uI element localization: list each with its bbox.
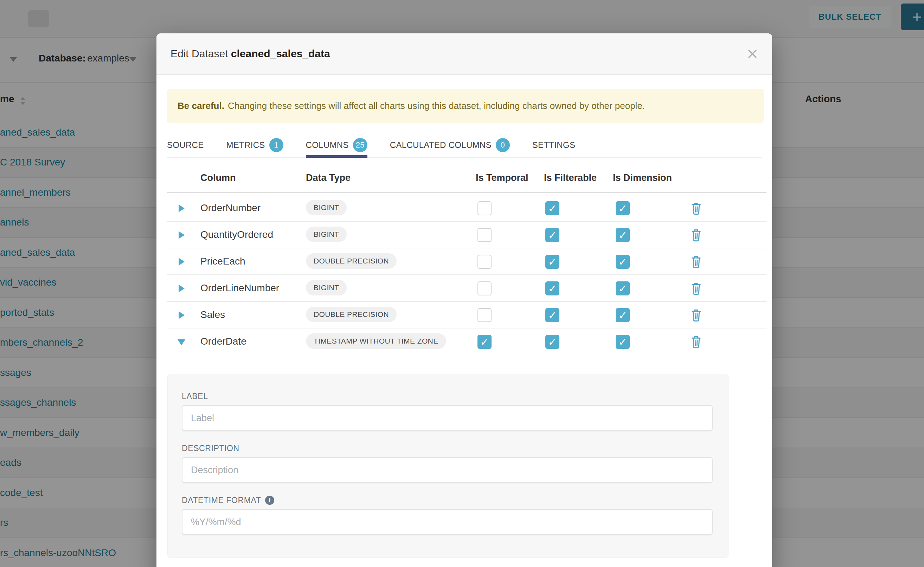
- field-label: LABEL: [182, 392, 713, 401]
- columns-table-rows: OrderNumber BIGINT QuantityOrdered BIGIN…: [167, 195, 766, 355]
- modal-title-dataset-name: cleaned_sales_data: [231, 48, 330, 59]
- field-label: DATETIME FORMAT: [182, 495, 713, 505]
- is-temporal-checkbox[interactable]: [477, 308, 492, 322]
- tab-count-badge: 1: [269, 138, 283, 152]
- field-input[interactable]: [182, 457, 713, 483]
- modal-tabs: SOURCE METRICS 1 COLUMNS 25 CALCULATED C…: [167, 133, 761, 158]
- data-type-chip: BIGINT: [306, 226, 347, 242]
- tab-label: SETTINGS: [532, 140, 575, 150]
- data-type-header: Data Type: [306, 172, 351, 183]
- form-field: LABEL: [182, 392, 713, 431]
- trash-icon[interactable]: [691, 336, 701, 348]
- is-filterable-checkbox[interactable]: [545, 308, 560, 322]
- data-type-chip: TIMESTAMP WITHOUT TIME ZONE: [306, 333, 446, 349]
- form-field: DESCRIPTION: [182, 443, 713, 483]
- tab-label: CALCULATED COLUMNS: [390, 140, 492, 150]
- field-label-text: LABEL: [182, 392, 208, 401]
- column-name: QuantityOrdered: [200, 229, 273, 240]
- column-row: PriceEach DOUBLE PRECISION: [167, 248, 766, 275]
- expand-caret-icon[interactable]: [178, 339, 185, 345]
- columns-table-header: Column Data Type Is Temporal Is Filterab…: [167, 168, 766, 193]
- is-filterable-checkbox[interactable]: [545, 228, 560, 242]
- expand-caret-icon[interactable]: [179, 204, 185, 212]
- is-dimension-checkbox[interactable]: [615, 255, 630, 269]
- trash-icon[interactable]: [691, 309, 701, 322]
- field-label: DESCRIPTION: [182, 443, 713, 453]
- column-row: OrderNumber BIGINT: [167, 195, 766, 222]
- edit-dataset-modal: Edit Dataset cleaned_sales_data Be caref…: [157, 33, 772, 567]
- trash-icon[interactable]: [691, 255, 701, 268]
- is-dimension-checkbox[interactable]: [615, 281, 630, 296]
- data-type-chip: BIGINT: [306, 200, 347, 215]
- is-dimension-header: Is Dimension: [613, 172, 672, 183]
- field-label-text: DESCRIPTION: [182, 443, 239, 453]
- is-temporal-checkbox[interactable]: [477, 335, 492, 349]
- column-name: Sales: [200, 309, 225, 320]
- tab-label: METRICS: [226, 140, 265, 150]
- field-input[interactable]: [182, 509, 713, 535]
- is-dimension-checkbox[interactable]: [615, 308, 630, 322]
- is-filterable-checkbox[interactable]: [545, 335, 560, 349]
- column-row: Sales DOUBLE PRECISION: [167, 302, 766, 328]
- column-name: PriceEach: [200, 256, 245, 267]
- modal-tab[interactable]: CALCULATED COLUMNS 0: [390, 133, 510, 157]
- modal-tab[interactable]: SETTINGS: [532, 133, 575, 157]
- trash-icon[interactable]: [691, 202, 701, 215]
- warning-text: Changing these settings will affect all …: [228, 100, 645, 111]
- data-type-chip: BIGINT: [306, 280, 347, 296]
- is-filterable-checkbox[interactable]: [545, 255, 560, 269]
- form-field: DATETIME FORMAT: [182, 495, 713, 535]
- tab-count-badge: 0: [496, 138, 510, 152]
- column-row: OrderLineNumber BIGINT: [167, 275, 766, 302]
- trash-icon[interactable]: [691, 229, 701, 242]
- modal-tab[interactable]: METRICS 1: [226, 133, 283, 157]
- expand-caret-icon[interactable]: [179, 258, 185, 266]
- is-temporal-checkbox[interactable]: [477, 281, 492, 296]
- is-dimension-checkbox[interactable]: [615, 201, 630, 215]
- is-dimension-checkbox[interactable]: [615, 335, 630, 349]
- expand-caret-icon[interactable]: [179, 285, 185, 292]
- is-temporal-checkbox[interactable]: [477, 228, 492, 242]
- is-temporal-checkbox[interactable]: [477, 201, 492, 215]
- field-input[interactable]: [182, 405, 713, 431]
- is-filterable-checkbox[interactable]: [545, 281, 560, 296]
- column-header: Column: [200, 172, 236, 183]
- is-filterable-checkbox[interactable]: [545, 201, 560, 215]
- trash-icon[interactable]: [691, 282, 701, 295]
- is-temporal-header: Is Temporal: [476, 172, 528, 183]
- modal-tab[interactable]: SOURCE: [167, 133, 203, 157]
- column-name: OrderDate: [200, 336, 247, 347]
- tab-label: SOURCE: [167, 140, 203, 150]
- is-filterable-header: Is Filterable: [544, 172, 597, 183]
- column-name: OrderNumber: [200, 202, 260, 214]
- close-icon[interactable]: [747, 48, 758, 59]
- modal-title: Edit Dataset cleaned_sales_data: [170, 48, 330, 60]
- column-row: OrderDate TIMESTAMP WITHOUT TIME ZONE: [167, 328, 766, 355]
- is-dimension-checkbox[interactable]: [615, 228, 630, 242]
- modal-title-prefix: Edit Dataset: [170, 48, 228, 59]
- warning-bold-text: Be careful.: [178, 100, 224, 111]
- expand-caret-icon[interactable]: [179, 231, 185, 239]
- is-temporal-checkbox[interactable]: [477, 255, 492, 269]
- modal-header: Edit Dataset cleaned_sales_data: [157, 33, 772, 75]
- info-icon[interactable]: [265, 496, 274, 505]
- column-row: QuantityOrdered BIGINT: [167, 222, 766, 248]
- tab-label: COLUMNS: [306, 140, 349, 150]
- column-detail-panel: LABEL DESCRIPTION DATETIME FORMAT: [167, 374, 728, 558]
- data-type-chip: DOUBLE PRECISION: [306, 253, 397, 269]
- warning-banner: Be careful. Changing these settings will…: [167, 89, 764, 123]
- field-label-text: DATETIME FORMAT: [182, 495, 261, 505]
- tab-count-badge: 25: [353, 138, 367, 152]
- expand-caret-icon[interactable]: [179, 311, 185, 319]
- column-name: OrderLineNumber: [200, 282, 279, 294]
- data-type-chip: DOUBLE PRECISION: [306, 307, 397, 322]
- modal-tab[interactable]: COLUMNS 25: [306, 133, 367, 157]
